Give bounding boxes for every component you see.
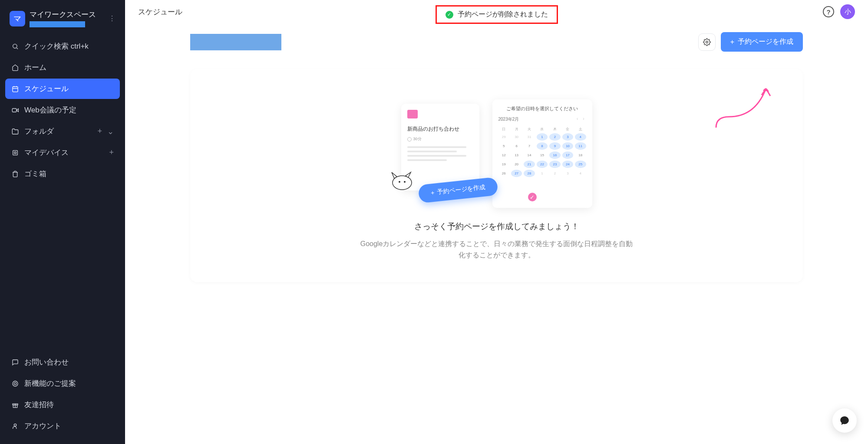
toast-notification: ✓ 予約ページが削除されました: [436, 5, 558, 24]
sidebar-item-folder[interactable]: フォルダ + ⌄: [5, 121, 120, 141]
content-title-redacted: [190, 34, 281, 50]
content-header: + 予約ページを作成: [190, 32, 803, 52]
sidebar-item-feedback[interactable]: 新機能のご提案: [5, 373, 120, 394]
svg-rect-8: [13, 150, 18, 155]
chat-bubble-icon: [839, 415, 850, 426]
sidebar-item-schedule[interactable]: スケジュール: [5, 79, 120, 99]
sidebar-bottom: お問い合わせ 新機能のご提案 友達招待 アカウント: [5, 352, 120, 436]
chat-icon: [11, 359, 19, 366]
svg-point-0: [13, 44, 17, 48]
empty-state-card: ご希望の日時を選択してください 2023年2月 ‹ › 日月火水木金土29303…: [190, 69, 803, 282]
empty-state-title: さっそく予約ページを作成してみましょう！: [414, 221, 579, 232]
topbar: スケジュール ✓ 予約ページが削除されました ? 小: [125, 0, 868, 23]
svg-line-1: [17, 48, 18, 49]
svg-point-11: [14, 382, 16, 385]
help-button[interactable]: ?: [823, 6, 834, 17]
illus-panel-sub: 30分: [407, 136, 473, 142]
sidebar-item-contact[interactable]: お問い合わせ: [5, 352, 120, 372]
empty-state-description: Googleカレンダーなどと連携することで、日々の業務で発生する面倒な日程調整を…: [358, 238, 636, 260]
sidebar-item-label: クイック検索 ctrl+k: [24, 41, 89, 51]
illustration: ご希望の日時を選択してください 2023年2月 ‹ › 日月火水木金土29303…: [401, 91, 592, 208]
illus-cal-title: ご希望の日時を選択してください: [498, 105, 586, 112]
sidebar: マ マイワークスペース ⋮ クイック検索 ctrl+k ホーム スケジュール: [0, 0, 125, 444]
sidebar-item-label: マイデバイス: [24, 148, 69, 158]
sidebar-item-label: 友達招待: [24, 400, 54, 410]
workspace-subtitle-redacted: [30, 21, 85, 27]
svg-rect-9: [14, 152, 16, 154]
svg-rect-6: [12, 109, 16, 112]
sidebar-item-label: スケジュール: [24, 84, 69, 94]
page-title: スケジュール: [138, 7, 182, 17]
device-icon: [11, 149, 19, 156]
svg-marker-7: [17, 109, 19, 112]
sidebar-item-my-device[interactable]: マイデバイス +: [5, 142, 120, 163]
sidebar-item-label: ホーム: [24, 62, 46, 72]
svg-rect-2: [13, 86, 18, 92]
plus-icon: +: [730, 38, 734, 46]
mascot-icon: [388, 170, 414, 191]
workspace-info: マイワークスペース: [30, 10, 104, 27]
sidebar-nav: クイック検索 ctrl+k ホーム スケジュール Web会議の予定 フォルダ: [5, 36, 120, 184]
workspace-menu-icon[interactable]: ⋮: [109, 17, 116, 20]
chat-launcher-button[interactable]: [832, 408, 857, 433]
user-icon: [11, 423, 19, 430]
svg-point-19: [404, 181, 406, 183]
target-icon: [11, 380, 19, 387]
sidebar-item-label: ゴミ箱: [24, 169, 46, 179]
home-icon: [11, 64, 19, 71]
workspace-title: マイワークスペース: [30, 10, 104, 20]
search-icon: [11, 43, 19, 50]
trash-icon: [11, 171, 19, 178]
sidebar-item-web-meeting[interactable]: Web会議の予定: [5, 100, 120, 120]
gear-icon: [703, 38, 711, 46]
empty-state: ご希望の日時を選択してください 2023年2月 ‹ › 日月火水木金土29303…: [212, 91, 781, 260]
video-icon: [11, 107, 19, 114]
sidebar-item-search[interactable]: クイック検索 ctrl+k: [5, 36, 120, 56]
illus-calendar: ご希望の日時を選択してください 2023年2月 ‹ › 日月火水木金土29303…: [492, 99, 592, 208]
sidebar-item-account[interactable]: アカウント: [5, 416, 120, 436]
add-folder-icon[interactable]: +: [97, 127, 102, 136]
gift-icon: [11, 401, 19, 408]
chevron-down-icon[interactable]: ⌄: [107, 127, 114, 136]
workspace-header[interactable]: マ マイワークスペース ⋮: [5, 8, 120, 36]
create-booking-page-button[interactable]: + 予約ページを作成: [721, 32, 803, 52]
sidebar-item-label: 新機能のご提案: [24, 378, 76, 388]
illus-check-icon: ✓: [527, 191, 538, 203]
svg-point-16: [706, 41, 708, 43]
sidebar-item-label: フォルダ: [24, 126, 54, 136]
sidebar-item-label: アカウント: [24, 421, 61, 431]
avatar[interactable]: 小: [840, 4, 855, 19]
topbar-actions: ? 小: [823, 4, 855, 19]
settings-button[interactable]: [698, 33, 716, 51]
workspace-badge: マ: [10, 11, 25, 26]
content: + 予約ページを作成 ご希望の日時を選択してください 2023年2月 ‹ ›: [125, 23, 868, 291]
folder-icon: [11, 128, 19, 135]
toast-message: 予約ページが削除されました: [458, 10, 548, 19]
svg-point-15: [14, 424, 16, 426]
calendar-icon: [11, 86, 19, 92]
check-icon: ✓: [446, 11, 453, 19]
svg-point-10: [13, 381, 18, 386]
sidebar-item-invite[interactable]: 友達招待: [5, 395, 120, 415]
illus-panel-icon: [407, 110, 418, 118]
illus-panel-title: 新商品のお打ち合わせ: [407, 125, 473, 133]
sidebar-item-home[interactable]: ホーム: [5, 57, 120, 78]
svg-point-18: [399, 181, 400, 183]
sidebar-item-trash[interactable]: ゴミ箱: [5, 164, 120, 184]
illus-cal-month: 2023年2月 ‹ ›: [498, 116, 586, 122]
create-button-label: 予約ページを作成: [738, 37, 793, 46]
sidebar-item-label: Web会議の予定: [24, 105, 76, 115]
main: スケジュール ✓ 予約ページが削除されました ? 小 + 予約ページを作成: [125, 0, 868, 444]
add-device-icon[interactable]: +: [109, 148, 114, 157]
sidebar-item-label: お問い合わせ: [24, 357, 69, 367]
